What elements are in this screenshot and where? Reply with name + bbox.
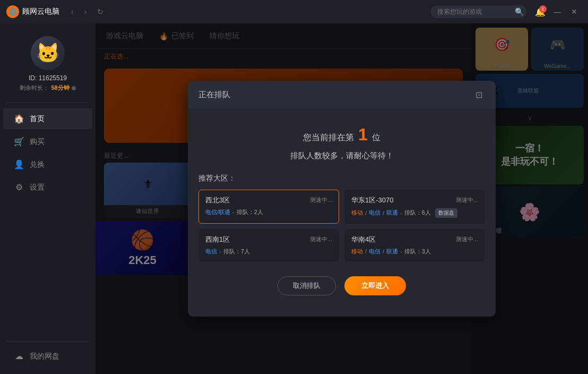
- forward-button[interactable]: ›: [81, 5, 90, 18]
- xibei3-queue: 排队：2人: [237, 208, 263, 216]
- region-xibei3-header: 西北3区 测速中...: [205, 196, 332, 205]
- sidebar-item-my-disk[interactable]: ☁ 我的网盘: [3, 346, 92, 367]
- home-icon: 🏠: [14, 114, 24, 124]
- region-xibei3-speed[interactable]: 测速中...: [310, 196, 332, 204]
- minimize-button[interactable]: —: [550, 4, 565, 19]
- close-button[interactable]: ✕: [567, 4, 582, 19]
- region-grid: 西北3区 测速中... 电信/联通 - 排队：2人: [198, 190, 485, 261]
- xinan1-dash: -: [219, 248, 221, 254]
- notification-badge: 1: [539, 5, 547, 13]
- time-dot-icon: [72, 86, 76, 90]
- notification-button[interactable]: 🔔 1: [533, 4, 548, 19]
- sidebar-bottom-divider: [6, 341, 89, 342]
- region-xibei3-name: 西北3区: [205, 196, 230, 205]
- sidebar-item-home[interactable]: 🏠 首页: [3, 108, 92, 129]
- sidebar-item-redeem[interactable]: 👤 兑换: [3, 154, 92, 175]
- region-huadong1-name: 华东1区-3070: [351, 196, 393, 205]
- modal-body: 您当前排在第 1 位 排队人数较多，请耐心等待！ 推荐大区： 西北3区 测速中.: [188, 108, 496, 316]
- region-huadong1-info: 移动 / 电信 / 联通 - 排队：6人 数据盘: [351, 208, 478, 218]
- main-layout: ID: 11625519 剩余时长： 58分钟 🏠 首页 🛒 购买 👤 兑换 ⚙…: [0, 23, 588, 374]
- user-id: ID: 11625519: [29, 74, 67, 82]
- region-card-xinan1[interactable]: 西南1区 测速中... 电信 - 排队：7人: [198, 229, 339, 261]
- region-xinan1-info: 电信 - 排队：7人: [205, 248, 332, 256]
- region-huanan4-speed[interactable]: 测速中...: [456, 235, 478, 243]
- queue-suffix: 位: [372, 133, 381, 142]
- huanan4-slash2: /: [383, 248, 384, 254]
- xinan1-queue: 排队：7人: [223, 248, 250, 256]
- sidebar-buy-label: 购买: [30, 137, 45, 147]
- huanan4-slash1: /: [365, 248, 367, 254]
- app-title: 顾网云电脑: [22, 7, 59, 16]
- huanan4-network-mobile: 移动: [351, 248, 363, 256]
- recommend-label: 推荐大区：: [198, 174, 485, 183]
- modal-overlay: 正在排队 ⊡ 您当前排在第 1 位 排队人数较多，请耐心等待！ 推荐大: [96, 23, 588, 374]
- queue-position-number: 1: [358, 125, 368, 144]
- remaining-time-label: 剩余时长：: [20, 84, 49, 92]
- avatar[interactable]: [31, 36, 65, 70]
- region-xinan1-header: 西南1区 测速中...: [205, 235, 332, 244]
- sidebar-my-disk-label: 我的网盘: [30, 352, 59, 361]
- huanan4-queue: 排队：3人: [404, 248, 431, 256]
- search-input[interactable]: [437, 8, 512, 15]
- region-card-xibei3[interactable]: 西北3区 测速中... 电信/联通 - 排队：2人: [198, 190, 339, 224]
- modal-header: 正在排队 ⊡: [188, 81, 496, 108]
- region-xinan1-name: 西南1区: [205, 235, 230, 244]
- modal-close-button[interactable]: ⊡: [472, 88, 485, 101]
- huanan4-network-liantong: 联通: [386, 248, 398, 256]
- sidebar-item-settings[interactable]: ⚙ 设置: [3, 177, 92, 198]
- sidebar-bottom: ☁ 我的网盘: [0, 337, 96, 374]
- huanan4-network-telecom: 电信: [369, 248, 381, 256]
- xibei3-network: 电信/联通: [205, 208, 230, 216]
- titlebar: 🌐 顾网云电脑 ‹ › ↻ 🔍 🔔 1 — ✕: [0, 0, 588, 23]
- user-section: ID: 11625519 剩余时长： 58分钟: [0, 28, 96, 98]
- region-huanan4-header: 华南4区 测速中...: [351, 235, 478, 244]
- huadong1-dash: -: [400, 210, 402, 216]
- logo-icon: 🌐: [6, 5, 19, 18]
- huadong1-slash1: /: [365, 210, 367, 216]
- queue-wait-message: 排队人数较多，请耐心等待！: [198, 151, 485, 161]
- window-actions: 🔔 1 — ✕: [533, 4, 582, 19]
- huadong1-network-liantong: 联通: [386, 209, 398, 217]
- cloud-icon: ☁: [14, 351, 24, 361]
- huanan4-dash: -: [400, 248, 402, 254]
- sidebar-settings-label: 设置: [30, 183, 45, 192]
- cancel-queue-button[interactable]: 取消排队: [278, 276, 336, 295]
- remaining-time: 剩余时长： 58分钟: [20, 84, 75, 92]
- region-huanan4-name: 华南4区: [351, 235, 376, 244]
- settings-icon: ⚙: [14, 182, 24, 192]
- region-huadong1-header: 华东1区-3070 测速中...: [351, 196, 478, 205]
- remaining-time-value: 58分钟: [51, 84, 69, 92]
- region-huanan4-info: 移动 / 电信 / 联通 - 排队：3人: [351, 248, 478, 256]
- huadong1-queue: 排队：6人: [404, 209, 431, 217]
- nav-controls: ‹ › ↻: [68, 5, 107, 18]
- modal-close-icon: ⊡: [475, 90, 482, 100]
- redeem-icon: 👤: [14, 159, 24, 169]
- xinan1-network: 电信: [205, 248, 217, 256]
- sidebar-item-buy[interactable]: 🛒 购买: [3, 131, 92, 152]
- refresh-button[interactable]: ↻: [94, 5, 107, 18]
- avatar-image: [31, 36, 65, 70]
- region-card-huadong1[interactable]: 华东1区-3070 测速中... 移动 / 电信 / 联通 - 排队：6人: [344, 190, 485, 224]
- region-huadong1-speed[interactable]: 测速中...: [456, 196, 478, 204]
- back-button[interactable]: ‹: [68, 5, 77, 18]
- region-xinan1-speed[interactable]: 测速中...: [310, 235, 332, 243]
- search-bar[interactable]: 🔍: [431, 5, 526, 18]
- sidebar: ID: 11625519 剩余时长： 58分钟 🏠 首页 🛒 购买 👤 兑换 ⚙…: [0, 23, 96, 374]
- region-xibei3-info: 电信/联通 - 排队：2人: [205, 208, 332, 216]
- enter-now-button[interactable]: 立即进入: [344, 276, 406, 295]
- huadong1-network-mobile: 移动: [351, 209, 363, 217]
- queue-position-text: 您当前排在第 1 位: [198, 121, 485, 148]
- app-logo: 🌐 顾网云电脑: [6, 5, 59, 18]
- queue-status: 您当前排在第 1 位 排队人数较多，请耐心等待！: [198, 121, 485, 160]
- modal-footer: 取消排队 立即进入: [198, 272, 485, 306]
- region-card-huanan4[interactable]: 华南4区 测速中... 移动 / 电信 / 联通 - 排队：3人: [344, 229, 485, 261]
- buy-icon: 🛒: [14, 137, 24, 147]
- huadong1-network-telecom: 电信: [369, 209, 381, 217]
- queue-modal: 正在排队 ⊡ 您当前排在第 1 位 排队人数较多，请耐心等待！ 推荐大: [188, 81, 496, 316]
- modal-title: 正在排队: [198, 90, 230, 100]
- search-icon: 🔍: [515, 7, 524, 16]
- sidebar-redeem-label: 兑换: [30, 160, 45, 169]
- data-disk-badge: 数据盘: [435, 208, 457, 218]
- sidebar-home-label: 首页: [30, 114, 45, 124]
- xibei3-dash: -: [232, 209, 235, 215]
